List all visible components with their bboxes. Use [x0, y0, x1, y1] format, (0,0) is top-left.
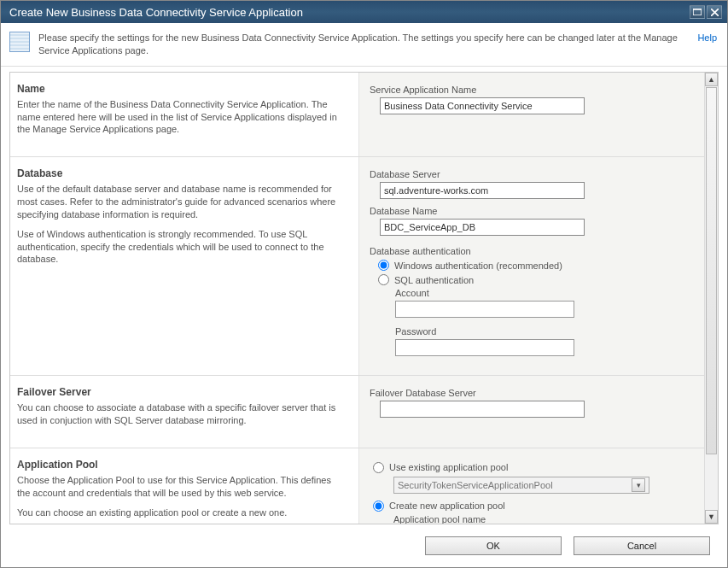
- ok-button[interactable]: OK: [425, 536, 562, 555]
- section-failover-desc: You can choose to associate a database w…: [17, 401, 341, 427]
- failover-server-label: Failover Database Server: [370, 388, 694, 398]
- maximize-icon[interactable]: [690, 5, 705, 19]
- section-failover-title: Failover Server: [17, 386, 341, 398]
- section-name-desc: Enter the name of the Business Data Conn…: [17, 98, 341, 137]
- section-database: Database Use of the default database ser…: [10, 157, 704, 376]
- sql-password-input[interactable]: [395, 339, 574, 356]
- info-icon: [9, 32, 30, 52]
- db-name-input[interactable]: [380, 219, 585, 236]
- section-database-desc2: Use of Windows authentication is strongl…: [17, 228, 341, 266]
- db-server-input[interactable]: [380, 182, 585, 199]
- sql-account-label: Account: [395, 288, 694, 298]
- help-link[interactable]: Help: [697, 32, 717, 43]
- chevron-down-icon[interactable]: ▾: [632, 478, 645, 492]
- existing-pool-select[interactable]: SecurityTokenServiceApplicationPool ▾: [393, 477, 649, 494]
- scroll-up-icon[interactable]: ▲: [705, 73, 718, 86]
- existing-pool-value: SecurityTokenServiceApplicationPool: [398, 480, 553, 490]
- radio-windows-auth-label: Windows authentication (recommended): [394, 261, 562, 271]
- section-apppool: Application Pool Choose the Application …: [10, 448, 704, 524]
- info-strip: Please specify the settings for the new …: [1, 23, 727, 67]
- db-auth-label: Database authentication: [370, 246, 694, 256]
- radio-create-new-pool-label: Create new application pool: [389, 501, 505, 511]
- sql-password-label: Password: [395, 326, 694, 337]
- sql-account-input[interactable]: [395, 301, 574, 318]
- section-database-title: Database: [17, 167, 341, 179]
- dialog-titlebar: Create New Business Data Connectivity Se…: [1, 1, 727, 23]
- service-app-name-label: Service Application Name: [370, 85, 694, 95]
- scrollbar-thumb[interactable]: [706, 87, 717, 454]
- section-database-desc1: Use of the default database server and d…: [17, 183, 341, 221]
- section-failover: Failover Server You can choose to associ…: [10, 376, 704, 448]
- radio-sql-auth[interactable]: SQL authentication: [378, 274, 694, 285]
- cancel-button[interactable]: Cancel: [574, 536, 710, 555]
- close-icon[interactable]: [707, 5, 722, 19]
- radio-sql-auth-input[interactable]: [378, 274, 389, 285]
- new-pool-name-label: Application pool name: [393, 514, 694, 524]
- radio-sql-auth-label: SQL authentication: [394, 275, 474, 285]
- radio-create-new-pool[interactable]: Create new application pool: [373, 501, 694, 512]
- failover-server-input[interactable]: [380, 401, 585, 418]
- section-apppool-desc1: Choose the Application Pool to use for t…: [17, 474, 341, 500]
- section-apppool-desc2: You can choose an existing application p…: [17, 507, 341, 519]
- content-wrap: Name Enter the name of the Business Data…: [9, 72, 719, 524]
- radio-use-existing-pool-input[interactable]: [373, 462, 384, 473]
- db-name-label: Database Name: [370, 206, 694, 216]
- dialog-title: Create New Business Data Connectivity Se…: [9, 6, 688, 19]
- info-text: Please specify the settings for the new …: [38, 32, 689, 57]
- radio-create-new-pool-input[interactable]: [373, 501, 384, 512]
- radio-windows-auth[interactable]: Windows authentication (recommended): [378, 260, 694, 271]
- section-apppool-title: Application Pool: [17, 459, 341, 471]
- section-name: Name Enter the name of the Business Data…: [10, 73, 704, 158]
- radio-use-existing-pool[interactable]: Use existing application pool: [373, 462, 694, 473]
- dialog-footer: OK Cancel: [1, 524, 727, 555]
- radio-use-existing-pool-label: Use existing application pool: [389, 462, 508, 472]
- section-name-title: Name: [17, 83, 341, 95]
- scroll-down-icon[interactable]: ▼: [705, 510, 718, 524]
- content-scroll-area: Name Enter the name of the Business Data…: [10, 73, 704, 524]
- service-app-name-input[interactable]: [380, 97, 585, 114]
- radio-windows-auth-input[interactable]: [378, 260, 389, 271]
- vertical-scrollbar[interactable]: ▲ ▼: [704, 73, 718, 524]
- db-server-label: Database Server: [370, 169, 694, 179]
